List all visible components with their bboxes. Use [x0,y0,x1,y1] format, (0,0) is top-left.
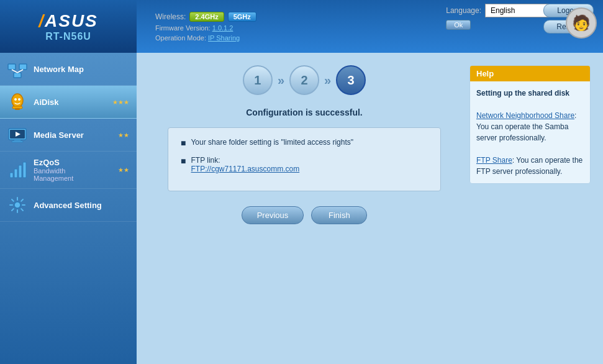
svg-rect-14 [12,141,23,142]
aidisk-icon [7,92,27,112]
ftp-info: FTP link: FTP://cgw71171.asuscomm.com [191,156,299,173]
sidebar-label-media-server: Media Server [34,130,84,140]
svg-rect-17 [19,165,22,178]
sidebar: Network Map AiDisk ★★★ [0,53,137,364]
arrow-2: » [324,73,331,88]
ftp-link[interactable]: FTP://cgw71171.asuscomm.com [191,165,299,173]
sidebar-label-advanced-setting: Advanced Setting [34,201,102,210]
bullet-1: ■ [181,138,186,148]
bullet-2: ■ [181,156,186,166]
svg-rect-18 [23,162,26,178]
sidebar-label-network-map: Network Map [34,65,84,74]
svg-rect-16 [14,169,17,178]
firmware-label: Firmware Version: [155,24,211,32]
opmode-label: Operation Mode: [155,34,206,42]
svg-rect-1 [19,64,27,70]
svg-point-5 [12,94,23,107]
finish-button[interactable]: Finish [311,206,367,224]
svg-rect-2 [14,73,21,78]
ftp-share-link[interactable]: FTP Share [476,156,512,165]
svg-point-19 [14,202,20,208]
step-2: 2 [289,65,319,95]
wireless-label: Wireless: [155,12,186,21]
brand-logo: /ASUS [39,11,98,31]
content-main: 1 » 2 » 3 Configuration is successful. ■… [149,65,460,352]
svg-rect-15 [10,173,13,178]
content-area: 1 » 2 » 3 Configuration is successful. ■… [137,53,603,364]
logo-slash: / [39,11,45,30]
info-item-1: ■ Your share folder setting is "limited … [181,138,428,148]
ftp-label: FTP link: [191,156,220,165]
help-content: Setting up the shared disk Network Neigh… [470,81,590,183]
sidebar-item-ezqos[interactable]: EzQoS Bandwidth Management ★★ [0,152,137,189]
step-1: 1 [243,65,273,95]
firmware-version-link[interactable]: 1.0.1.2 [212,24,233,32]
network-neighborhood-link[interactable]: Network Neighborhood Share [476,111,574,120]
wireless-24ghz-button[interactable]: 2.4GHz [189,12,224,22]
sidebar-label-ezqos: EzQoS [34,158,73,167]
svg-rect-0 [8,64,16,70]
advanced-setting-icon [7,195,27,215]
arrow-1: » [278,73,284,88]
svg-point-7 [18,98,20,101]
sidebar-item-advanced-setting[interactable]: Advanced Setting [0,189,137,222]
language-label: Language: [446,6,481,15]
media-server-stars: ★★ [118,132,129,139]
svg-rect-9 [15,108,20,110]
opmode-row: Operation Mode: IP Sharing [155,34,597,42]
main-layout: Network Map AiDisk ★★★ [0,53,603,364]
success-message: Configuration is successful. [246,107,362,117]
avatar: 🧑 [566,7,597,39]
ok-button[interactable]: Ok [446,20,471,30]
aidisk-stars: ★★★ [112,99,129,106]
sidebar-label-management: Management [34,175,73,182]
help-panel: Help Setting up the shared disk Network … [469,65,591,184]
media-server-icon [7,125,27,145]
step-3: 3 [336,65,366,95]
sidebar-item-network-map[interactable]: Network Map [0,53,137,86]
opmode-value-link[interactable]: IP Sharing [208,34,240,42]
ezqos-icon [7,160,27,180]
sidebar-label-aidisk: AiDisk [34,98,58,107]
help-heading: Setting up the shared disk [476,89,569,98]
wireless-5ghz-button[interactable]: 5GHz [228,12,256,22]
info-item-2: ■ FTP link: FTP://cgw71171.asuscomm.com [181,156,428,173]
logo-area: /ASUS RT-N56U [0,0,137,53]
previous-button[interactable]: Previous [242,206,304,224]
ezqos-stars: ★★ [118,166,129,173]
language-section: Language: English Deutsch Français Españ… [446,4,560,17]
sidebar-label-bandwidth: Bandwidth [34,167,73,175]
wizard-steps: 1 » 2 » 3 [243,65,366,95]
svg-point-6 [14,98,17,101]
header: /ASUS RT-N56U Wireless: 2.4GHz 5GHz Firm… [0,0,603,53]
model-label: RT-N56U [45,31,91,42]
sidebar-item-media-server[interactable]: Media Server ★★ [0,119,137,152]
network-map-icon [7,59,27,79]
action-buttons: Previous Finish [242,206,368,224]
help-title: Help [470,66,590,81]
sidebar-item-aidisk[interactable]: AiDisk ★★★ [0,86,137,119]
info-text-1: Your share folder setting is "limited ac… [191,138,353,147]
info-box: ■ Your share folder setting is "limited … [168,127,441,191]
